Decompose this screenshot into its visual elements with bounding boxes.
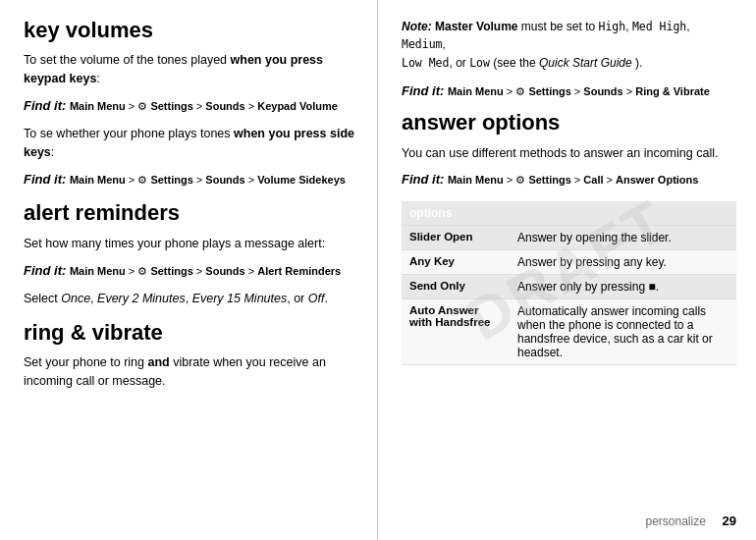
key-volumes-para1: To set the volume of the tones played wh… xyxy=(24,51,357,88)
findit-label2: Find it: xyxy=(24,172,70,187)
alert-reminders-findit: Find it: Main Menu > ⚙ Settings > Sounds… xyxy=(24,261,357,281)
key-volumes-para2: To se whether your phone plays tones whe… xyxy=(24,125,357,162)
findit-label5: Find it: xyxy=(402,172,448,187)
table-header: options xyxy=(402,201,736,226)
left-column: key volumes To set the volume of the ton… xyxy=(0,0,378,540)
alert-reminders-para: Set how many times your phone plays a me… xyxy=(24,235,357,253)
note-paragraph: Note: Master Volume must be set to High,… xyxy=(402,18,736,72)
findit-label3: Find it: xyxy=(24,263,70,278)
findit-path5: Main Menu > ⚙ Settings > Call > Answer O… xyxy=(448,174,698,186)
option-name: Send Only xyxy=(402,274,510,298)
master-volume-text: Master Volume xyxy=(435,20,517,33)
alert-reminders-section: alert reminders Set how many times your … xyxy=(24,200,357,307)
footer-word: personalize xyxy=(645,514,705,528)
ring-vibrate-para: Set your phone to ring and vibrate when … xyxy=(24,353,357,391)
answer-options-findit: Find it: Main Menu > ⚙ Settings > Call >… xyxy=(402,170,736,189)
note-text1: must be set to xyxy=(521,20,599,33)
answer-options-heading: answer options xyxy=(402,110,736,135)
ring-vibrate-findit: Find it: Main Menu > ⚙ Settings > Sounds… xyxy=(402,81,736,101)
page-number: 29 xyxy=(723,513,736,528)
alert-reminders-heading: alert reminders xyxy=(24,200,357,226)
key-volumes-section: key volumes To set the volume of the ton… xyxy=(24,18,357,189)
answer-options-section: answer options You can use different met… xyxy=(402,110,736,189)
findit-path2: Main Menu > ⚙ Settings > Sounds > Volume… xyxy=(70,174,346,186)
key-volumes-heading: key volumes xyxy=(24,18,357,43)
note-values3: Medium xyxy=(402,37,443,51)
option-desc: Answer by opening the slider. xyxy=(510,225,736,249)
note-label: Note: xyxy=(402,20,435,33)
right-column: DRAFT Note: Master Volume must be set to… xyxy=(378,0,756,540)
table-row: Any Key Answer by pressing any key. xyxy=(402,249,736,274)
key-volumes-findit2: Find it: Main Menu > ⚙ Settings > Sounds… xyxy=(24,170,357,189)
table-row: Send Only Answer only by pressing ■. xyxy=(402,274,736,298)
table-row: Auto Answer with Handsfree Automatically… xyxy=(402,298,736,364)
note-values4: Low Med xyxy=(402,56,449,70)
option-name: Slider Open xyxy=(402,225,510,249)
note-text4: ). xyxy=(635,56,642,70)
findit-path3: Main Menu > ⚙ Settings > Sounds > Alert … xyxy=(70,265,341,277)
option-desc: Answer only by pressing ■. xyxy=(510,274,736,298)
note-values5: Low xyxy=(469,56,490,70)
findit-path4: Main Menu > ⚙ Settings > Sounds > Ring &… xyxy=(448,85,710,97)
findit-label: Find it: xyxy=(24,98,70,113)
note-values2: Med High xyxy=(632,20,686,33)
findit-label4: Find it: xyxy=(402,83,448,98)
findit-path: Main Menu > ⚙ Settings > Sounds > Keypad… xyxy=(70,100,338,112)
answer-options-table: options Slider Open Answer by opening th… xyxy=(402,201,736,365)
option-desc: Answer by pressing any key. xyxy=(510,249,736,274)
ring-vibrate-heading: ring & vibrate xyxy=(24,320,357,346)
answer-options-para: You can use different methods to answer … xyxy=(402,144,736,163)
note-text3: (see the xyxy=(493,56,539,70)
table-row: Slider Open Answer by opening the slider… xyxy=(402,225,736,249)
note-values: High xyxy=(599,20,626,33)
option-desc: Automatically answer incoming calls when… xyxy=(510,298,736,364)
option-name: Any Key xyxy=(402,249,510,274)
option-name: Auto Answer with Handsfree xyxy=(402,298,510,364)
key-volumes-findit1: Find it: Main Menu > ⚙ Settings > Sounds… xyxy=(24,96,357,116)
quick-start-guide-ref: Quick Start Guide xyxy=(539,56,632,70)
ring-vibrate-section: ring & vibrate Set your phone to ring an… xyxy=(24,320,357,391)
alert-reminders-select: Select Once, Every 2 Minutes, Every 15 M… xyxy=(24,290,357,308)
page-footer: personalize 29 xyxy=(645,513,736,528)
